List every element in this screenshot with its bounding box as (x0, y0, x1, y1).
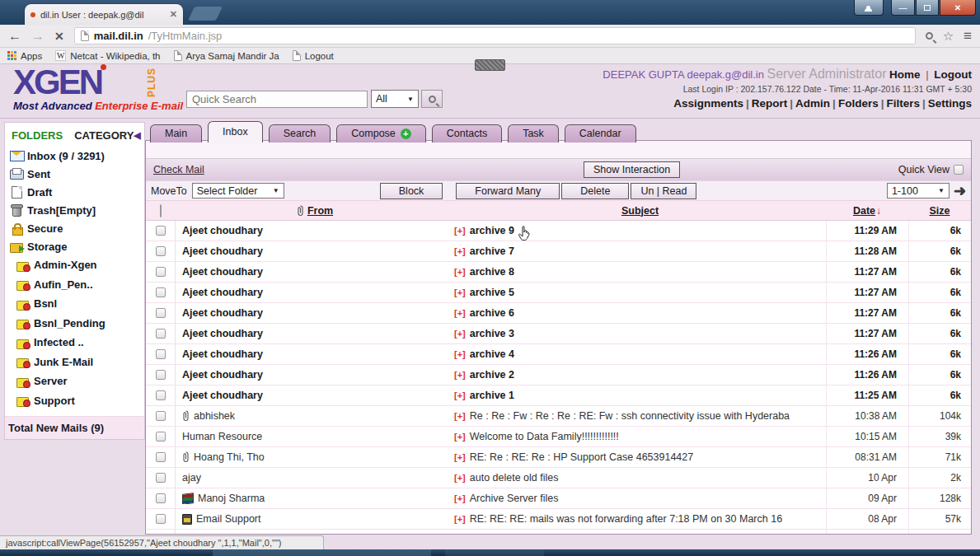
col-from[interactable]: From (307, 205, 333, 217)
subject-cell[interactable]: [+]archive 1 (454, 390, 826, 401)
minimize-button[interactable]: — (891, 0, 915, 16)
bookmark-star-icon[interactable]: ☆ (943, 29, 954, 44)
col-date[interactable]: Date (853, 205, 875, 217)
subject-text[interactable]: Re : Re : Fw : Re : Re : RE: Fw : ssh co… (470, 410, 790, 422)
expand-thread-icon[interactable]: [+] (454, 267, 466, 277)
select-all-checkbox[interactable] (160, 204, 162, 217)
subject-cell[interactable]: [+]archive 7 (454, 245, 826, 257)
tab-calendar[interactable]: Calendar (565, 124, 636, 143)
tab-category[interactable]: CATEGORY (74, 129, 134, 142)
subject-text[interactable]: archive 2 (470, 369, 514, 381)
row-checkbox[interactable] (156, 390, 166, 400)
row-checkbox[interactable] (156, 226, 166, 236)
expand-thread-icon[interactable]: [+] (454, 514, 466, 524)
from-name[interactable]: Human Resource (182, 431, 262, 442)
sidebar-item-sent[interactable]: Sent (10, 165, 141, 183)
mail-row[interactable]: Ajeet choudhary[+]archive 611:27 AM6k (146, 303, 971, 324)
subject-cell[interactable]: [+]auto delete old files (454, 472, 826, 484)
mail-row[interactable]: Ajeet choudhary[+]archive 511:27 AM6k (146, 283, 971, 303)
subject-text[interactable]: RE: RE: RE: mails was not forwarding aft… (470, 513, 782, 525)
profile-button[interactable] (854, 0, 884, 16)
subject-text[interactable]: archive 5 (470, 287, 514, 298)
next-page-arrow-icon[interactable]: ➜ (954, 185, 966, 197)
subject-cell[interactable]: [+]Archive Server files (454, 493, 826, 504)
mail-row[interactable]: Ajeet choudhary[+]archive 411:26 AM6k (146, 344, 971, 365)
subject-text[interactable]: archive 8 (470, 266, 514, 278)
expand-thread-icon[interactable]: [+] (454, 432, 466, 442)
select-folder-dropdown[interactable]: Select Folder▼ (192, 183, 284, 199)
mail-row[interactable]: Email Support[+]RE: RE: RE: mails was no… (146, 509, 971, 530)
subject-cell[interactable]: [+]archive 6 (454, 307, 826, 319)
expand-thread-icon[interactable]: [+] (454, 473, 466, 483)
page-range-dropdown[interactable]: 1-100▼ (887, 183, 950, 199)
from-name[interactable]: Manoj Sharma (198, 493, 265, 504)
tab-close-icon[interactable]: ✕ (170, 9, 177, 20)
sidebar-item-inbox[interactable]: Inbox (9 / 3291) (10, 147, 141, 165)
from-name[interactable]: Ajeet choudhary (182, 287, 263, 298)
row-checkbox[interactable] (156, 287, 166, 297)
from-name[interactable]: Hoang Thi, Tho (194, 451, 265, 463)
mail-row[interactable]: Ajeet choudhary[+]archive 811:27 AM6k (146, 262, 971, 283)
row-checkbox[interactable] (156, 267, 166, 277)
subject-cell[interactable]: [+]archive 2 (454, 369, 826, 381)
subject-cell[interactable]: [+]RE: RE: mails was not forwarding afte… (454, 534, 826, 535)
expand-thread-icon[interactable]: [+] (454, 411, 466, 421)
row-checkbox[interactable] (156, 432, 166, 442)
nav-link-settings[interactable]: Settings (928, 97, 972, 110)
subject-cell[interactable]: [+]archive 4 (454, 348, 826, 360)
browser-tab[interactable]: dil.in User : deepak.g@dil ✕ (25, 4, 183, 25)
tab-compose[interactable]: Compose+ (336, 124, 426, 143)
sidebar-item-aufin-pen-[interactable]: Aufin_Pen.. (10, 275, 141, 295)
sidebar-item-storage[interactable]: Storage (10, 237, 141, 255)
subject-cell[interactable]: [+]Welcome to Data Family!!!!!!!!!!!!! (454, 431, 826, 442)
from-name[interactable]: abhishek (194, 410, 235, 422)
subject-text[interactable]: archive 4 (470, 348, 514, 360)
row-checkbox[interactable] (156, 514, 166, 524)
subject-cell[interactable]: [+]archive 9 (454, 225, 826, 236)
block-button[interactable]: Block (380, 183, 443, 199)
tab-contacts[interactable]: Contacts (432, 124, 502, 143)
row-checkbox[interactable] (156, 493, 166, 503)
subject-text[interactable]: archive 7 (470, 245, 514, 257)
row-checkbox[interactable] (156, 349, 166, 359)
tab-inbox[interactable]: Inbox (208, 121, 263, 143)
zoom-icon[interactable] (926, 32, 933, 40)
expand-thread-icon[interactable]: [+] (454, 349, 466, 359)
row-checkbox[interactable] (156, 308, 166, 318)
close-button[interactable]: ✕ (940, 0, 976, 16)
delete-button[interactable]: Delete (561, 183, 629, 199)
from-name[interactable]: Ajeet choudhary (182, 390, 263, 401)
check-mail-link[interactable]: Check Mail (153, 164, 204, 175)
subject-text[interactable]: archive 6 (470, 307, 514, 319)
subject-cell[interactable]: [+]archive 5 (454, 287, 826, 298)
search-button[interactable] (421, 90, 443, 108)
subject-text[interactable]: archive 9 (470, 225, 514, 236)
nav-link-report[interactable]: Report (752, 97, 788, 110)
mail-row[interactable]: Email Support(Replied)[+]RE: RE: mails w… (146, 530, 971, 535)
browser-menu-icon[interactable]: ≡ (964, 32, 972, 40)
tab-task[interactable]: Task (508, 124, 559, 143)
from-name[interactable]: Ajeet choudhary (182, 348, 263, 360)
back-button[interactable]: ← (8, 29, 21, 44)
mail-row[interactable]: Hoang Thi, Tho[+]RE: Re : RE: Re : HP Su… (146, 447, 971, 468)
col-size[interactable]: Size (929, 205, 950, 217)
nav-link-admin[interactable]: Admin (795, 97, 830, 110)
row-checkbox[interactable] (156, 473, 166, 483)
subject-cell[interactable]: [+]Re : Re : Fw : Re : Re : RE: Fw : ssh… (454, 410, 826, 422)
address-bar[interactable]: mail.dil.in /TyHtmMain.jsp (74, 27, 916, 44)
row-checkbox[interactable] (156, 329, 166, 339)
from-name[interactable]: ajay (182, 472, 201, 484)
expand-thread-icon[interactable]: [+] (454, 308, 466, 318)
from-name[interactable]: Ajeet choudhary (182, 369, 263, 381)
subject-text[interactable]: archive 3 (470, 328, 514, 339)
sidebar-item-bsnl[interactable]: Bsnl (10, 294, 141, 314)
forward-many-button[interactable]: Forward Many (456, 183, 560, 199)
col-subject[interactable]: Subject (621, 205, 659, 217)
subject-text[interactable]: RE: RE: mails was not forwarding after 7… (470, 534, 762, 535)
subject-cell[interactable]: [+]RE: RE: RE: mails was not forwarding … (454, 513, 826, 525)
bookmark-item[interactable]: WNetcat - Wikipedia, th (55, 50, 160, 61)
home-link[interactable]: Home (889, 68, 921, 81)
bookmark-item[interactable]: Apps (7, 51, 42, 61)
quick-search-input[interactable] (186, 91, 368, 108)
bookmark-item[interactable]: Logout (293, 50, 334, 61)
